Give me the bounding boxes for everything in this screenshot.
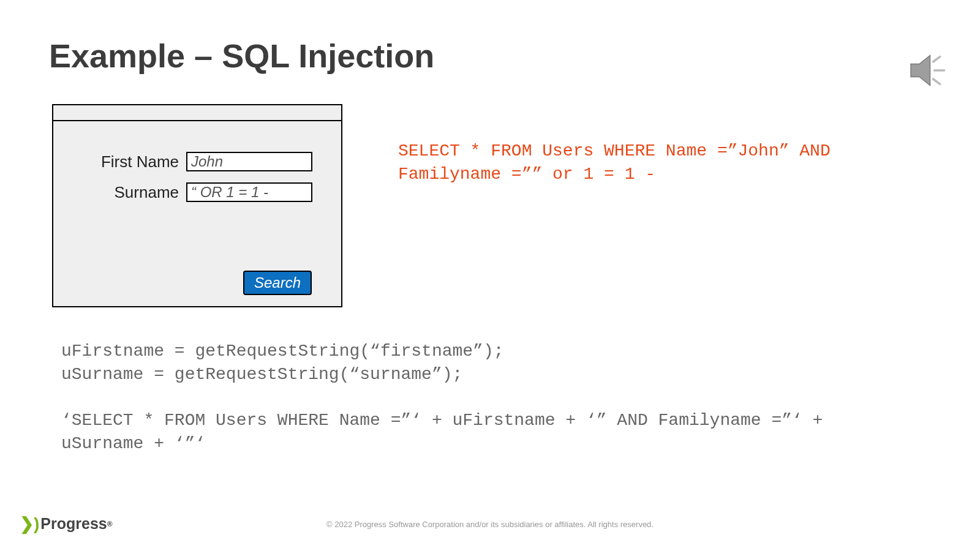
speaker-icon xyxy=(907,49,949,92)
svg-marker-0 xyxy=(911,56,930,86)
first-name-input[interactable] xyxy=(186,152,312,171)
sql-result-text: SELECT * FROM Users WHERE Name =”John” A… xyxy=(398,140,831,186)
slide-title: Example – SQL Injection xyxy=(49,37,434,75)
first-name-label: First Name xyxy=(78,152,179,171)
code-snippet: uFirstname = getRequestString(“firstname… xyxy=(61,340,919,455)
svg-line-3 xyxy=(933,79,940,84)
search-form-window: First Name Surname Search xyxy=(52,104,342,307)
surname-label: Surname xyxy=(78,183,179,202)
footer-copyright: © 2022 Progress Software Corporation and… xyxy=(0,520,980,529)
svg-line-1 xyxy=(933,57,940,62)
form-titlebar xyxy=(53,105,341,121)
search-button[interactable]: Search xyxy=(243,271,312,295)
surname-input[interactable] xyxy=(186,182,312,202)
